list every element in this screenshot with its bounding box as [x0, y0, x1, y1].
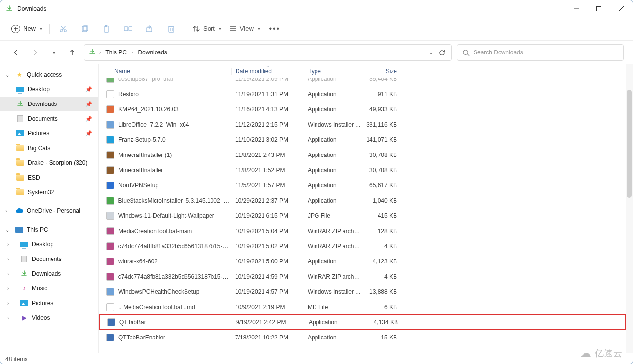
- status-count: 48 items: [5, 356, 27, 363]
- file-row[interactable]: Franz-Setup-5.7.011/10/2021 3:02 PMAppli…: [99, 132, 626, 147]
- file-type: Application: [304, 334, 361, 341]
- breadcrumb-root[interactable]: This PC: [104, 48, 129, 57]
- sidebar-item[interactable]: Drake - Scorpion (320): [0, 156, 98, 170]
- col-date[interactable]: ⌄ Date modified: [231, 68, 304, 75]
- search-icon: [462, 49, 470, 56]
- chevron-down-icon: ▾: [40, 26, 42, 31]
- sidebar-item[interactable]: Documents📌: [0, 111, 98, 126]
- cut-button[interactable]: [53, 21, 73, 37]
- file-row[interactable]: .. MediaCreationTool.bat ..md10/9/2021 2…: [99, 299, 626, 314]
- back-button[interactable]: [9, 46, 23, 59]
- file-size: 30,708 KB: [361, 167, 400, 174]
- rename-button[interactable]: [118, 21, 138, 37]
- breadcrumb-current[interactable]: Downloads: [136, 48, 169, 57]
- sidebar-item[interactable]: System32: [0, 185, 98, 200]
- file-type: Application: [304, 167, 361, 174]
- col-size[interactable]: Size: [361, 68, 400, 75]
- sidebar-item[interactable]: ›Desktop: [0, 237, 98, 252]
- sidebar-onedrive-label: OneDrive - Personal: [27, 208, 80, 214]
- sidebar-item[interactable]: Desktop📌: [0, 82, 98, 97]
- window-controls: [565, 0, 633, 17]
- delete-button[interactable]: [161, 21, 181, 37]
- sidebar-quickaccess-header[interactable]: ⌄ ★ Quick access: [0, 67, 98, 82]
- file-row[interactable]: BlueStacksMicroInstaller_5.3.145.1002_na…: [99, 193, 626, 208]
- scrollbar-track[interactable]: [626, 64, 633, 353]
- file-row[interactable]: KMP64_2021.10.26.0311/16/2021 4:13 PMApp…: [99, 102, 626, 117]
- sidebar-item[interactable]: Pictures📌: [0, 126, 98, 141]
- search-box[interactable]: [457, 44, 624, 61]
- file-type: Application: [304, 136, 361, 143]
- view-button[interactable]: View ▾: [226, 21, 263, 37]
- sidebar-group-onedrive: › OneDrive - Personal: [0, 204, 98, 218]
- sidebar-item[interactable]: ESD: [0, 170, 98, 185]
- new-button[interactable]: New ▾: [8, 21, 45, 37]
- file-pane: Name ⌄ Date modified Type Size ccsetup58…: [99, 64, 633, 353]
- file-row[interactable]: LibreOffice_7.2.2_Win_x6411/12/2021 2:15…: [99, 117, 626, 132]
- sidebar-thispc-header[interactable]: ⌄ This PC: [0, 222, 98, 237]
- sidebar-item[interactable]: Big Cats: [0, 141, 98, 156]
- scrollbar-thumb[interactable]: [627, 90, 632, 198]
- file-size: 65,617 KB: [361, 182, 400, 189]
- file-date: 11/10/2021 3:02 PM: [231, 136, 304, 143]
- more-button[interactable]: •••: [265, 21, 285, 37]
- file-date: 11/8/2021 2:43 PM: [231, 152, 304, 158]
- file-name: BlueStacksMicroInstaller_5.3.145.1002_na…: [118, 197, 231, 204]
- file-row[interactable]: NordVPNSetup11/5/2021 1:57 PMApplication…: [99, 178, 626, 193]
- close-button[interactable]: [610, 0, 633, 17]
- copy-button[interactable]: [75, 21, 95, 37]
- file-type: Application: [304, 91, 361, 98]
- file-row[interactable]: MinecraftInstaller11/8/2021 1:52 PMAppli…: [99, 162, 626, 178]
- file-row[interactable]: ccsetup587_pro_trial11/19/2021 2:09 PMAp…: [99, 78, 626, 86]
- file-name: KMP64_2021.10.26.03: [118, 106, 179, 113]
- file-name: NordVPNSetup: [118, 182, 158, 189]
- column-headers: Name ⌄ Date modified Type Size: [99, 64, 633, 78]
- address-bar[interactable]: › This PC › Downloads ⌄: [84, 44, 452, 61]
- minimize-button[interactable]: [565, 0, 587, 17]
- file-name: WindowsPCHealthCheckSetup: [118, 288, 199, 295]
- paste-button[interactable]: [97, 21, 116, 37]
- search-input[interactable]: [474, 49, 618, 56]
- file-icon: [106, 78, 114, 83]
- maximize-button[interactable]: [587, 0, 610, 17]
- file-row[interactable]: MinecraftInstaller (1)11/8/2021 2:43 PMA…: [99, 147, 626, 162]
- file-row[interactable]: c74dc774a8fb81a332b5d65613187b15-92...10…: [99, 238, 626, 254]
- up-button[interactable]: [65, 46, 79, 59]
- sidebar-item-label: Downloads: [28, 101, 57, 107]
- sidebar-item[interactable]: Downloads📌: [0, 97, 98, 111]
- chevron-down-icon: ▾: [219, 26, 221, 31]
- file-list[interactable]: ccsetup587_pro_trial11/19/2021 2:09 PMAp…: [99, 78, 626, 353]
- refresh-button[interactable]: [436, 46, 448, 59]
- forward-button[interactable]: [28, 46, 42, 59]
- svg-rect-15: [169, 27, 174, 32]
- file-row[interactable]: MediaCreationTool.bat-main10/19/2021 5:0…: [99, 223, 626, 238]
- file-row[interactable]: winrar-x64-60210/19/2021 5:00 PMApplicat…: [99, 254, 626, 269]
- file-row[interactable]: WindowsPCHealthCheckSetup10/19/2021 4:57…: [99, 284, 626, 299]
- sidebar-onedrive-header[interactable]: › OneDrive - Personal: [0, 204, 98, 218]
- file-name: MediaCreationTool.bat-main: [118, 228, 192, 234]
- sidebar-item[interactable]: ›Documents: [0, 252, 98, 266]
- file-size: 911 KB: [361, 91, 400, 98]
- sidebar-item-label: Documents: [32, 256, 62, 262]
- sidebar-item[interactable]: ›▶Videos: [0, 311, 98, 325]
- file-row[interactable]: c74dc774a8fb81a332b5d65613187b15-92...10…: [99, 269, 626, 284]
- file-row[interactable]: QTTabBarEnabler7/18/2021 10:22 PMApplica…: [99, 330, 626, 345]
- sidebar-item[interactable]: ›Pictures: [0, 296, 98, 311]
- file-name: .. MediaCreationTool.bat ..md: [118, 304, 195, 311]
- file-row[interactable]: Restoro11/19/2021 1:31 PMApplication911 …: [99, 86, 626, 102]
- col-name[interactable]: Name: [106, 68, 231, 75]
- watermark-text: 亿速云: [595, 347, 623, 359]
- sidebar-item[interactable]: ›Downloads: [0, 266, 98, 281]
- separator: [185, 24, 185, 34]
- col-date-label: Date modified: [236, 68, 272, 75]
- file-row[interactable]: QTTabBar9/19/2021 2:42 PMApplication4,13…: [99, 314, 626, 330]
- share-button[interactable]: [140, 21, 159, 37]
- chevron-down-icon[interactable]: ⌄: [429, 50, 433, 55]
- sidebar-item-label: Big Cats: [28, 145, 50, 152]
- sidebar-group-quickaccess: ⌄ ★ Quick access Desktop📌Downloads📌Docum…: [0, 67, 98, 200]
- recent-button[interactable]: ▾: [47, 46, 60, 59]
- file-row[interactable]: Windows-11-Default-Light-Wallpaper10/19/…: [99, 208, 626, 223]
- svg-line-23: [467, 54, 469, 56]
- col-type[interactable]: Type: [304, 68, 361, 75]
- sidebar-item[interactable]: ›♪Music: [0, 281, 98, 296]
- sort-button[interactable]: Sort ▾: [189, 21, 224, 37]
